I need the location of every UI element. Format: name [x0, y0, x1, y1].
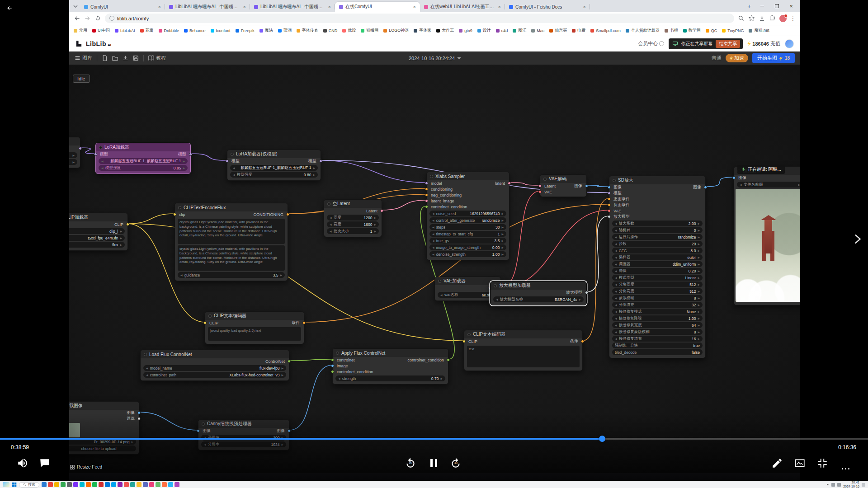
collapse-icon[interactable]	[202, 422, 205, 426]
browser-tab[interactable]: LibLibAI-哩布哩布AI - 中国领…	[165, 2, 250, 12]
bookmark-item[interactable]: gtn9	[459, 28, 472, 33]
export-icon[interactable]	[123, 55, 128, 61]
taskbar-app-icon[interactable]	[105, 482, 110, 487]
taskbar-app-icon[interactable]	[162, 482, 167, 487]
volume-tray-icon[interactable]	[837, 483, 841, 487]
bookmark-item[interactable]: 仙宫买	[549, 28, 567, 33]
taskbar-app-icon[interactable]	[42, 482, 47, 487]
video-timeline[interactable]	[0, 438, 868, 440]
input-port[interactable]	[425, 188, 428, 191]
bookmark-item[interactable]: QC	[706, 28, 717, 33]
node-widget[interactable]: flux	[69, 242, 125, 248]
doc-icon[interactable]	[102, 55, 108, 61]
comment-icon[interactable]	[39, 457, 51, 469]
output-port[interactable]	[189, 153, 192, 156]
taskbar-app-icon[interactable]	[48, 482, 53, 487]
output-port[interactable]	[286, 213, 289, 216]
bookmark-item[interactable]: Dribbble	[159, 28, 179, 33]
output-port[interactable]	[288, 360, 291, 363]
input-port[interactable]	[608, 192, 611, 195]
taskbar-app-icon[interactable]	[111, 482, 116, 487]
tab-close-icon[interactable]	[583, 4, 586, 9]
node-clipped-loader[interactable]	[69, 137, 80, 168]
collapse-icon[interactable]	[467, 333, 471, 336]
output-port[interactable]	[126, 223, 129, 226]
bookmark-item[interactable]: c4d	[496, 28, 508, 33]
input-port[interactable]	[608, 186, 611, 189]
taskbar-clock[interactable]: 20:41 2024-10-16	[843, 481, 859, 488]
network-icon[interactable]	[831, 483, 835, 487]
bookmark-item[interactable]: Behance	[184, 28, 206, 33]
output-port[interactable]	[380, 209, 383, 212]
bookmark-item[interactable]: TinyPNG	[722, 28, 744, 33]
node-widget[interactable]: choose file to upload	[69, 446, 136, 451]
node-widget[interactable]: guidance3.5	[178, 272, 285, 278]
volume-icon[interactable]	[17, 457, 28, 469]
forward-icon[interactable]	[84, 15, 91, 22]
node-widget[interactable]: 麒麟赵五玉冠RUF-1_麒麟赵五玉冠RUF 1	[99, 158, 188, 164]
forward-30-icon[interactable]: 30	[450, 457, 462, 469]
save-icon[interactable]	[133, 55, 139, 61]
collapse-icon[interactable]	[438, 280, 441, 283]
tab-search-icon[interactable]	[72, 3, 79, 10]
output-port[interactable]	[447, 358, 450, 361]
maximize-icon[interactable]	[769, 0, 784, 12]
node-widget[interactable]: vae名称ae.sft	[438, 292, 498, 298]
node-widget[interactable]: 运行后操作randomize	[612, 234, 703, 240]
node-widget[interactable]: tiled_decodefalse	[612, 349, 703, 355]
input-port[interactable]	[203, 321, 207, 324]
node-widget[interactable]: denoise_strength1.00	[429, 251, 506, 257]
tab-close-icon[interactable]	[328, 4, 331, 9]
collapse-icon[interactable]	[231, 153, 234, 156]
taskbar-app-icon[interactable]	[86, 482, 91, 487]
prompt-textarea[interactable]: (worst quality, bad quality:1.5),text	[208, 327, 301, 341]
node-widget[interactable]: noise_seed16291296596740	[429, 211, 506, 216]
node-widget[interactable]: CFG8.0	[612, 248, 703, 253]
back-icon[interactable]	[74, 15, 80, 22]
refresh-icon[interactable]	[94, 15, 101, 22]
bookmark-item[interactable]: LOGO神器	[383, 28, 409, 33]
collapse-icon[interactable]	[336, 352, 339, 355]
input-port[interactable]	[331, 370, 334, 373]
output-port[interactable]	[137, 411, 141, 414]
pause-icon[interactable]	[428, 457, 439, 469]
collapse-icon[interactable]	[543, 178, 547, 181]
minimize-icon[interactable]	[755, 0, 769, 12]
node-widget[interactable]: 接缝修复填充16	[612, 336, 703, 342]
exit-fullscreen-icon[interactable]	[816, 457, 828, 469]
taskbar-app-icon[interactable]	[137, 482, 142, 487]
taskbar-app-icon[interactable]	[73, 482, 78, 487]
tutorial-button[interactable]: 教程	[148, 55, 166, 61]
node-widget[interactable]: 分块高度512	[612, 288, 703, 294]
node-widget[interactable]: 调度器ddim_uniform	[612, 261, 703, 267]
node-widget[interactable]: image_to_image_strength0.00	[429, 244, 506, 250]
output-port[interactable]	[508, 182, 511, 185]
input-port[interactable]	[425, 193, 428, 197]
node-widget[interactable]: 随机种0	[612, 227, 703, 233]
node-apply-flux-controlnet[interactable]: Apply Flux ControlNetcontrolnetcontrolne…	[332, 348, 448, 385]
member-center-link[interactable]: 会员中心	[638, 40, 664, 47]
taskbar-app-icon[interactable]	[67, 482, 72, 487]
node-widget[interactable]: 分块填充32	[612, 302, 703, 308]
output-port[interactable]	[704, 186, 707, 189]
new-tab-button[interactable]	[745, 2, 753, 10]
bookmark-item[interactable]: 花瓣	[140, 28, 154, 33]
node-clip-encode-neg[interactable]: CLIP文本编码器CLIP条件(worst quality, bad quali…	[205, 311, 304, 344]
input-port[interactable]	[94, 153, 97, 156]
input-port[interactable]	[425, 199, 428, 202]
node-widget[interactable]: 麒麟赵五玉冠RUF-1_麒麟赵五玉冠RUF 1	[230, 165, 318, 171]
taskbar-app-icon[interactable]	[99, 482, 104, 487]
node-widget[interactable]: 接缝修复蒙版模糊8	[612, 329, 703, 335]
output-port[interactable]	[137, 417, 141, 420]
node-widget[interactable]: 文件名前缀	[737, 182, 800, 188]
bookmark-item[interactable]: 书根	[665, 28, 678, 33]
recharge-link[interactable]: 充值	[770, 40, 780, 47]
input-port[interactable]	[732, 176, 736, 179]
taskbar-app-icon[interactable]	[118, 482, 123, 487]
user-avatar[interactable]	[785, 39, 794, 48]
node-widget[interactable]: 步数20	[612, 241, 703, 247]
credits[interactable]: 186046 充值	[747, 40, 780, 47]
node-clip-text-encode-flux[interactable]: CLIPTextEncodeFluxclipCONDITIONINGcrysta…	[175, 203, 288, 281]
taskbar-app-icon[interactable]	[149, 482, 154, 487]
output-port[interactable]	[581, 340, 584, 343]
